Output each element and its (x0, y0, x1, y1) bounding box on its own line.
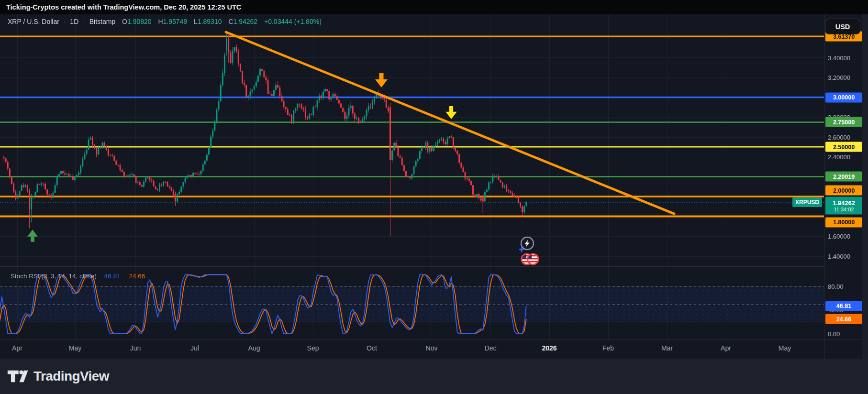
price-level-label: 1.80000 (825, 217, 862, 227)
symbol-legend[interactable]: XRP / U.S. Dollar · 1D · Bitstamp O1.908… (8, 18, 322, 25)
tradingview-logo-icon[interactable] (7, 369, 28, 384)
current-price-value: 1.94262 (833, 199, 855, 206)
time-axis-label: Aug (248, 344, 260, 352)
close-key: C (228, 18, 233, 25)
attribution-banner: Ticking-Cryptos created with TradingView… (0, 0, 868, 14)
interval-label: 1D (70, 18, 78, 25)
legend-separator: · (83, 18, 85, 25)
time-axis-label: Sep (307, 344, 319, 352)
bar-countdown: 11:34:02 (834, 206, 854, 212)
price-axis-tick: 3.40000 (828, 54, 850, 61)
price-axis-tick: 2.40000 (828, 153, 850, 161)
price-level-label: 2.20019 (825, 172, 862, 182)
price-axis-tick: 3.20000 (828, 74, 850, 81)
stoch-k-value: 46.81 (104, 273, 121, 280)
symbol-price-tag: XRPUSD (792, 197, 822, 207)
buy-signal-arrow[interactable] (27, 229, 38, 243)
open-key: O (122, 18, 127, 25)
us-flags-event-icon[interactable] (520, 252, 541, 266)
symbol-name: XRP / U.S. Dollar (8, 18, 59, 25)
time-axis-label: Mar (661, 344, 673, 352)
time-axis-label: Nov (426, 344, 438, 352)
currency-toggle-button[interactable]: USD (825, 19, 860, 34)
close-value: 1.94262 (234, 18, 258, 25)
low-key: L (194, 18, 198, 25)
price-axis-tick: 2.60000 (828, 133, 850, 141)
price-axis-tick: 1.40000 (828, 252, 850, 260)
stoch-rsi-legend[interactable]: Stoch RSI (3, 3, 14, 14, close) 46.81 24… (11, 273, 145, 280)
price-level-label: 2.75000 (825, 117, 862, 127)
open-value: 1.90820 (127, 18, 152, 25)
price-level-label: 2.00000 (825, 186, 862, 196)
time-axis-label: Oct (367, 344, 377, 352)
price-axis[interactable]: 3.400003.200002.800002.600002.400001.600… (824, 14, 868, 359)
price-level-label: 2.50000 (825, 142, 862, 152)
time-axis-label: Jul (190, 344, 199, 352)
time-axis[interactable]: AprMayJunJulAugSepOctNovDec2026FebMarApr… (0, 339, 868, 359)
stoch-axis-tick: 0.00 (828, 330, 840, 337)
time-axis-label: Apr (12, 344, 22, 352)
time-axis-label: Apr (721, 344, 731, 352)
high-key: H (158, 18, 163, 25)
stoch-k-label: 46.81 (825, 301, 862, 311)
low-value: 1.89310 (198, 18, 222, 25)
current-price-label: 1.9426211:34:02 (825, 197, 862, 215)
chart-region: XRP / U.S. Dollar · 1D · Bitstamp O1.908… (0, 14, 868, 359)
stoch-d-value: 24.66 (129, 273, 145, 280)
axis-scroll-strip (862, 14, 868, 359)
time-axis-label: 2026 (542, 344, 556, 352)
price-level-label: 3.00000 (825, 92, 862, 102)
high-value: 1.95749 (163, 18, 188, 25)
stoch-axis-tick: 80.00 (828, 283, 844, 290)
tradingview-brand-text[interactable]: TradingView (33, 369, 109, 384)
symbol-tag-label: XRPUSD (795, 199, 819, 206)
exchange-label: Bitstamp (89, 18, 115, 25)
time-axis-label: Feb (602, 344, 614, 352)
price-chart-canvas[interactable] (0, 14, 824, 339)
currency-label: USD (835, 23, 850, 31)
time-axis-label: May (779, 344, 791, 352)
legend-separator: · (64, 18, 66, 25)
price-axis-tick: 1.60000 (828, 233, 850, 240)
time-axis-label: Jun (130, 344, 141, 352)
sell-signal-arrow-orange[interactable] (375, 73, 388, 88)
banner-text: Ticking-Cryptos created with TradingView… (6, 3, 241, 11)
time-axis-label: Dec (485, 344, 497, 352)
time-axis-label: May (69, 344, 81, 352)
stoch-rsi-title: Stoch RSI (3, 3, 14, 14, close) (11, 273, 97, 280)
change-value: +0.03444 (+1.80%) (264, 18, 322, 25)
footer: TradingView (0, 359, 868, 394)
stoch-d-label: 24.66 (825, 314, 862, 324)
sell-signal-arrow-yellow[interactable] (445, 106, 457, 119)
